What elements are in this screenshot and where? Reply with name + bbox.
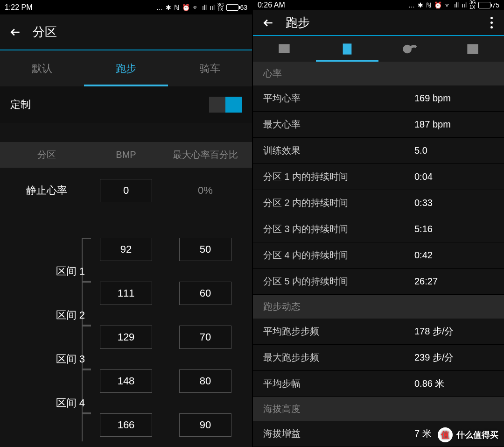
detail-value: 239 步/分 (414, 351, 494, 364)
zone-pct-3[interactable]: 80 (179, 369, 231, 393)
wifi-icon: ᯤ (193, 4, 199, 11)
detail-row[interactable]: 分区 2 内的持续时间0:33 (253, 190, 504, 216)
phone-left: 1:22 PM … ✱ ℕ ⏰ ᯤ ıll ııl 3G1X 63 分区 默认 … (0, 0, 252, 447)
zone-pct-4[interactable]: 90 (179, 413, 231, 437)
resting-bpm-input[interactable]: 0 (100, 179, 152, 202)
detail-row[interactable]: 分区 1 内的持续时间0:04 (253, 164, 504, 190)
zone-label-2: 区间 2 (0, 308, 93, 322)
sim2-icon: ııl (462, 1, 467, 9)
detail-row[interactable]: 最大跑步步频239 步/分 (253, 345, 504, 371)
nfc-icon: ℕ (174, 4, 179, 11)
detail-row[interactable]: 训练效果5.0 (253, 138, 504, 164)
custom-label: 定制 (10, 98, 31, 112)
detail-row[interactable]: 分区 4 内的持续时间0:42 (253, 242, 504, 269)
bt-icon: ✱ (166, 4, 171, 11)
back-button[interactable] (8, 25, 22, 39)
detail-value: 0:33 (414, 198, 494, 208)
back-button[interactable] (261, 16, 275, 30)
resting-pct: 0% (159, 184, 252, 197)
hdr-zone: 分区 (0, 149, 93, 161)
detail-value: 26:27 (414, 276, 494, 287)
zone-bpm-1[interactable]: 111 (100, 282, 152, 305)
tab-chart[interactable] (441, 36, 504, 62)
resting-hr-row: 静止心率 0 0% (0, 168, 252, 213)
zone-bpm-0[interactable]: 92 (100, 238, 152, 261)
signal-icon: ıll (454, 1, 459, 9)
detail-value: 178 步/分 (414, 325, 494, 338)
alarm-icon: ⏰ (434, 1, 442, 9)
net-icon: 3G1X (469, 0, 476, 10)
bt-icon: ✱ (418, 1, 423, 9)
detail-row[interactable]: 平均跑步步频178 步/分 (253, 319, 504, 345)
tab-list[interactable] (316, 36, 379, 62)
custom-toggle-row: 定制 (0, 86, 252, 123)
battery-icon: 75 (478, 1, 499, 9)
zone-bpm-3[interactable]: 148 (100, 369, 152, 393)
hdr-pct: 最大心率百分比 (159, 149, 252, 161)
tab-image[interactable] (253, 36, 316, 62)
tabs: 默认 跑步 骑车 (0, 50, 252, 86)
section-header: 海拔高度 (253, 397, 504, 421)
detail-key: 最大心率 (263, 118, 414, 131)
watermark-badge-icon: 值 (438, 427, 453, 442)
detail-key: 分区 4 内的持续时间 (263, 249, 414, 262)
tab-default[interactable]: 默认 (0, 50, 84, 86)
detail-row[interactable]: 平均步幅0.86 米 (253, 371, 504, 397)
hdr-bpm: BMP (93, 149, 159, 160)
zones-header: 分区 BMP 最大心率百分比 (0, 142, 252, 168)
status-time: 0:26 AM (258, 1, 285, 9)
detail-row[interactable]: 分区 3 内的持续时间5:16 (253, 216, 504, 242)
resting-label: 静止心率 (0, 184, 93, 198)
zone-pct-2[interactable]: 70 (179, 326, 231, 349)
zone-bpm-4[interactable]: 166 (100, 413, 152, 437)
detail-key: 训练效果 (263, 144, 414, 157)
detail-value: 169 bpm (414, 93, 494, 104)
detail-key: 平均心率 (263, 92, 414, 105)
detail-row[interactable]: 最大心率187 bpm (253, 112, 504, 138)
status-time: 1:22 PM (5, 3, 33, 12)
zone-label-1: 区间 1 (0, 264, 93, 278)
status-bar: 0:26 AM … ✱ ℕ ⏰ ᯤ ıll ııl 3G1X 75 (253, 0, 504, 10)
nfc-icon: ℕ (426, 1, 431, 9)
page-title: 跑步 (286, 14, 310, 31)
detail-key: 平均跑步步频 (263, 325, 414, 338)
detail-key: 分区 3 内的持续时间 (263, 223, 414, 235)
detail-value: 0.86 米 (414, 377, 494, 390)
detail-value: 0:04 (414, 171, 494, 182)
page-title: 分区 (33, 24, 57, 40)
status-icons: … ✱ ℕ ⏰ ᯤ ıll ııl 3G1X 63 (156, 3, 247, 12)
detail-key: 最大跑步步频 (263, 351, 414, 364)
battery-icon: 63 (226, 4, 247, 11)
detail-tabs (253, 36, 504, 62)
detail-key: 平均步幅 (263, 377, 414, 390)
custom-toggle[interactable] (209, 97, 242, 113)
tab-running[interactable]: 跑步 (84, 50, 168, 86)
detail-value: 5:16 (414, 224, 494, 234)
detail-key: 分区 5 内的持续时间 (263, 275, 414, 288)
detail-row[interactable]: 分区 5 内的持续时间26:27 (253, 269, 504, 295)
details-list: 心率平均心率169 bpm最大心率187 bpm训练效果5.0分区 1 内的持续… (253, 62, 504, 447)
zone-pct-0[interactable]: 50 (179, 238, 231, 261)
app-bar: 跑步 (253, 10, 504, 36)
zones-area: 92 50 区间 1 111 60 区间 2 129 70 区间 3 148 8… (0, 227, 252, 447)
tab-cycling[interactable]: 骑车 (168, 50, 252, 86)
status-bar: 1:22 PM … ✱ ℕ ⏰ ᯤ ıll ııl 3G1X 63 (0, 0, 252, 14)
sim2-icon: ııl (210, 4, 215, 11)
detail-key: 分区 2 内的持续时间 (263, 197, 414, 209)
detail-value: 0:42 (414, 250, 494, 261)
section-header: 心率 (253, 62, 504, 85)
detail-key: 分区 1 内的持续时间 (263, 170, 414, 183)
detail-value: 187 bpm (414, 119, 494, 130)
detail-value: 5.0 (414, 145, 494, 156)
zone-pct-1[interactable]: 60 (179, 282, 231, 305)
zone-bpm-2[interactable]: 129 (100, 326, 152, 349)
tab-loop[interactable] (378, 36, 441, 62)
bracket-5 (82, 413, 91, 441)
detail-row[interactable]: 平均心率169 bpm (253, 85, 504, 112)
wifi-icon: ᯤ (445, 1, 451, 9)
phone-right: 0:26 AM … ✱ ℕ ⏰ ᯤ ıll ııl 3G1X 75 跑步 (252, 0, 504, 447)
more-menu-button[interactable] (488, 14, 496, 31)
section-header: 跑步动态 (253, 295, 504, 319)
signal-icon: ıll (202, 4, 207, 11)
alarm-icon: ⏰ (182, 4, 190, 11)
